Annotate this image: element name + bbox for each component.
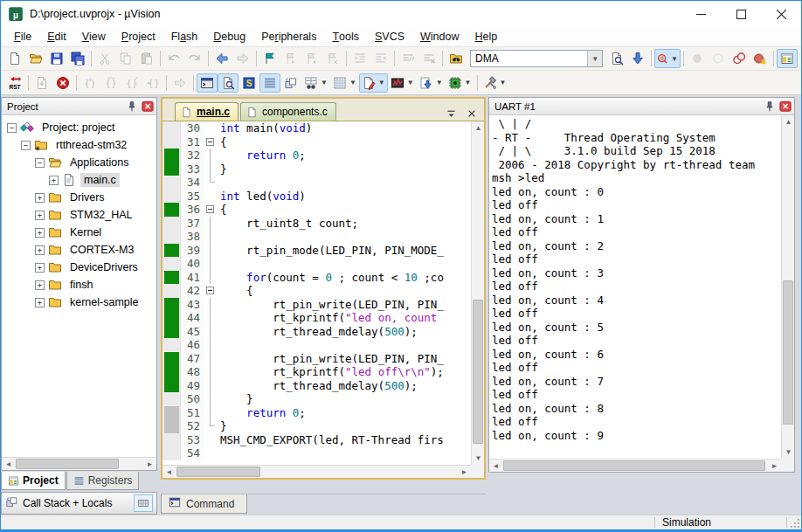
chevron-down-icon[interactable]: ▼: [436, 79, 443, 86]
toolbar-button-find-in-files[interactable]: [446, 49, 467, 68]
scroll-down-arrow[interactable]: ▼: [472, 452, 485, 465]
memory-grid-button[interactable]: [134, 494, 153, 512]
menu-tools[interactable]: Tools: [324, 27, 367, 46]
uart-vscroll-thumb[interactable]: [783, 280, 793, 425]
uart-hscrollbar[interactable]: ◄ ►: [489, 459, 781, 472]
toolbar-button-bp-kill-all[interactable]: [750, 49, 771, 68]
project-hscroll-thumb[interactable]: [16, 459, 119, 469]
uart-panel-close-icon[interactable]: [778, 100, 792, 113]
toolbar-button-undo[interactable]: [163, 49, 184, 68]
toolbar-button-command-window[interactable]: [197, 73, 218, 93]
tree-expander-icon[interactable]: +: [35, 211, 45, 220]
fold-marker[interactable]: [204, 135, 216, 149]
toolbar-button-outdent[interactable]: [370, 49, 391, 68]
tree-expander-icon[interactable]: +: [35, 193, 45, 203]
menu-peripherals[interactable]: Peripherals: [253, 27, 324, 46]
toolbar-button-toolbox[interactable]: ▼: [481, 73, 509, 93]
menu-window[interactable]: Window: [412, 27, 467, 46]
tree-item-applications[interactable]: −Applications: [2, 154, 156, 171]
toolbar-button-indent[interactable]: [349, 49, 370, 68]
toolbar-button-save-all[interactable]: [67, 49, 88, 68]
toolbar-button-doc-find[interactable]: [606, 49, 627, 68]
toolbar-button-bookmark-clear[interactable]: [322, 49, 343, 68]
toolbar-button-disassembly[interactable]: [218, 73, 239, 93]
menu-file[interactable]: File: [6, 27, 39, 46]
toolbar-button-analysis[interactable]: ▼: [388, 73, 417, 93]
tree-expander-icon[interactable]: +: [35, 228, 45, 238]
tab-close-icon[interactable]: [465, 107, 479, 121]
tree-expander-icon[interactable]: +: [35, 263, 45, 273]
chevron-down-icon[interactable]: ▼: [500, 79, 507, 86]
toolbar-button-trace[interactable]: ▼: [417, 73, 446, 93]
toolbar-button-bookmark[interactable]: [259, 49, 280, 68]
chevron-down-icon[interactable]: ▼: [407, 79, 414, 86]
tree-item-drivers[interactable]: +Drivers: [2, 189, 156, 206]
minimize-button[interactable]: [681, 1, 721, 27]
toolbar-button-step-out[interactable]: { }: [121, 73, 142, 93]
menu-view[interactable]: View: [74, 27, 114, 46]
toolbar-button-bookmark-prev[interactable]: [301, 49, 322, 68]
tree-expander-icon[interactable]: +: [35, 245, 45, 255]
tree-item-devicedrivers[interactable]: +DeviceDrivers: [2, 259, 156, 276]
chevron-down-icon[interactable]: ▼: [465, 79, 472, 86]
toolbar-button-uncomment[interactable]: [418, 49, 439, 68]
scroll-right-arrow[interactable]: ►: [143, 458, 156, 471]
toolbar-button-run-to-line[interactable]: { }: [142, 73, 163, 93]
tree-expander-icon[interactable]: −: [35, 158, 45, 168]
tree-item-main-c[interactable]: +main.c: [2, 171, 156, 189]
tab-project[interactable]: Project: [1, 472, 66, 490]
tab-list-icon[interactable]: [444, 107, 458, 121]
editor-hscrollbar[interactable]: ◄ ►: [162, 465, 471, 478]
maximize-button[interactable]: [721, 1, 761, 27]
scroll-left-arrow[interactable]: ◄: [489, 459, 502, 473]
menu-flash[interactable]: Flash: [163, 27, 206, 46]
toolbar-button-memory[interactable]: ▼: [330, 73, 359, 93]
fold-marker[interactable]: [204, 203, 216, 217]
tree-expander-icon[interactable]: +: [49, 176, 59, 185]
toolbar-button-symbols[interactable]: S: [239, 73, 259, 93]
toolbar-button-paste[interactable]: [136, 49, 157, 68]
scroll-right-arrow[interactable]: ►: [458, 466, 471, 479]
chevron-down-icon[interactable]: ▼: [378, 79, 385, 86]
tree-item-cortex-m3[interactable]: +CORTEX-M3: [2, 241, 156, 259]
editor-hscroll-thumb[interactable]: [176, 466, 260, 477]
toolbar-button-cut[interactable]: [94, 49, 115, 68]
toolbar-button-inc-find[interactable]: [627, 49, 648, 68]
tree-item-stm32-hal[interactable]: +STM32_HAL: [2, 206, 156, 224]
toolbar-button-bookmark-d[interactable]: d▼: [654, 49, 681, 68]
editor-vscroll-thumb[interactable]: [473, 300, 483, 444]
close-button[interactable]: [761, 1, 801, 27]
chevron-down-icon[interactable]: ▼: [349, 79, 356, 86]
fold-marker[interactable]: [204, 284, 216, 298]
toolbar-button-project-window[interactable]: [777, 49, 798, 68]
pin-icon[interactable]: [763, 100, 777, 113]
menu-help[interactable]: Help: [467, 27, 506, 46]
chevron-down-icon[interactable]: ▼: [321, 79, 328, 86]
menu-svcs[interactable]: SVCS: [367, 27, 412, 46]
uart-console[interactable]: \ | /- RT - Thread Operating System / | …: [489, 115, 781, 459]
tree-item-kernel-sample[interactable]: +kernel-sample: [2, 294, 156, 311]
tab-command[interactable]: Command: [161, 494, 247, 514]
file-search-combobox[interactable]: DMA▼: [470, 50, 603, 67]
project-panel-close-icon[interactable]: [141, 100, 155, 113]
tree-expander-icon[interactable]: −: [7, 123, 17, 133]
toolbar-button-nav-back[interactable]: [211, 49, 232, 68]
chevron-down-icon[interactable]: ▼: [671, 55, 678, 63]
toolbar-button-nav-forward[interactable]: [232, 49, 253, 68]
toolbar-button-rst[interactable]: RST: [4, 73, 25, 93]
scroll-left-arrow[interactable]: ◄: [162, 466, 176, 479]
menu-project[interactable]: Project: [114, 27, 163, 46]
toolbar-button-redo[interactable]: [184, 49, 205, 68]
toolbar-button-open-folder[interactable]: [25, 49, 46, 68]
toolbar-button-system-viewer[interactable]: ▼: [446, 73, 474, 93]
tree-expander-icon[interactable]: −: [21, 141, 31, 150]
toolbar-button-serial[interactable]: ▼: [359, 73, 388, 93]
scroll-left-arrow[interactable]: ◄: [2, 458, 15, 471]
tree-item-kernel[interactable]: +Kernel: [2, 224, 156, 241]
code-area[interactable]: 30int main(void)31{32 return 0;33}3435in…: [162, 121, 471, 465]
scroll-up-arrow[interactable]: ▲: [782, 115, 795, 128]
editor-vscrollbar[interactable]: ▲ ▼: [471, 121, 484, 465]
toolbar-button-callstack[interactable]: [280, 73, 301, 93]
project-tree-hscrollbar[interactable]: ◄ ►: [2, 457, 156, 470]
resize-grip[interactable]: [787, 515, 801, 529]
